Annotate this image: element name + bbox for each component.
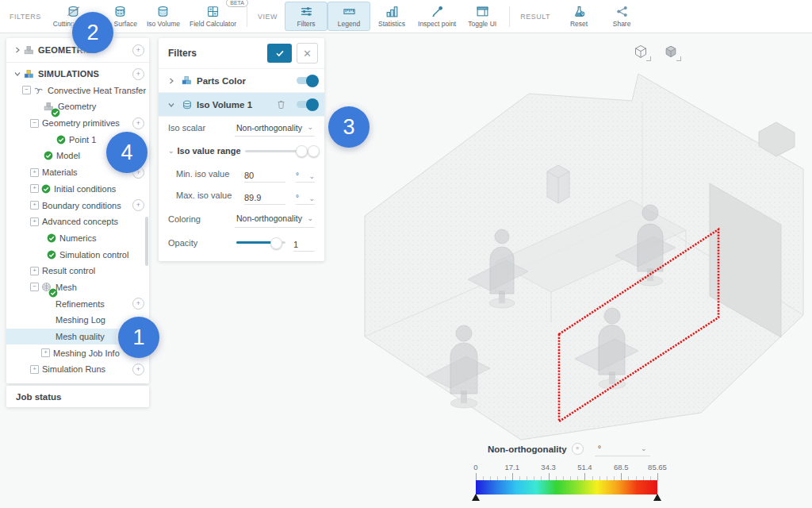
toolbar-button-legend[interactable]: Legend <box>327 2 370 31</box>
tree-item-label: Initial conditions <box>54 184 116 194</box>
tree-item-simulation-runs[interactable]: +Simulation Runs+ <box>6 361 149 378</box>
confirm-button[interactable] <box>267 44 292 63</box>
opacity-value-field[interactable]: 1 <box>293 233 315 252</box>
opacity-handle[interactable] <box>270 237 282 249</box>
legend-min-marker[interactable] <box>472 494 480 501</box>
max-iso-input[interactable]: 89.9 <box>244 187 285 205</box>
color-legend: Non-orthogonality ≡ ° ⌄ 017.134.351.468.… <box>464 441 672 495</box>
legend-unit-value: ° <box>598 444 601 453</box>
coloring-dropdown[interactable]: Non-orthogonality ⌄ <box>235 210 315 228</box>
max-iso-unit-dropdown[interactable]: ° ⌄ <box>296 187 315 205</box>
tree-item-label: Model <box>56 151 80 160</box>
toolbar-button-statistics[interactable]: Statistics <box>370 2 413 31</box>
tree-item-result-control[interactable]: +Result control <box>6 263 149 279</box>
visibility-toggle[interactable] <box>297 77 316 84</box>
cutting-plane-icon <box>67 5 80 18</box>
filter-layer-iso-volume-1[interactable]: Iso Volume 1 <box>159 93 324 117</box>
opacity-slider[interactable] <box>236 241 285 244</box>
close-button[interactable]: ✕ <box>297 43 318 64</box>
toolbar-button-label: Reset <box>570 20 588 28</box>
toolbar-button-toggle-ui[interactable]: Toggle UI <box>461 2 504 31</box>
chevron-right-icon[interactable] <box>13 46 21 55</box>
toolbar-group-label-filters: FILTERS <box>10 13 41 21</box>
parts-color-icon <box>182 75 193 86</box>
check-icon <box>44 151 53 160</box>
tree-item-label: Geometry primitives <box>42 118 120 128</box>
add-button[interactable]: + <box>132 68 144 80</box>
job-status-panel[interactable]: Job status <box>6 386 149 407</box>
toolbar-button-label: Filters <box>297 20 315 28</box>
collapse-icon[interactable]: − <box>30 119 39 128</box>
toolbar-button-inspect-point[interactable]: Inspect point <box>413 2 461 31</box>
iso-scalar-label: Iso scalar <box>168 123 235 133</box>
filter-layer-parts-color[interactable]: Parts Color <box>159 69 324 93</box>
chevron-down-icon[interactable] <box>13 70 21 79</box>
max-iso-value: 89.9 <box>244 193 261 202</box>
collapse-icon[interactable]: − <box>30 283 39 291</box>
expand-icon[interactable]: + <box>30 365 39 374</box>
tree-item-simulation-control[interactable]: Simulation control <box>6 246 149 263</box>
add-button[interactable]: + <box>132 117 144 129</box>
expand-icon[interactable]: + <box>30 201 39 210</box>
iso-value-range-row: ⌄ Iso value range <box>159 139 324 163</box>
tree-item-numerics[interactable]: Numerics <box>6 230 149 247</box>
chevron-down-icon: ⌄ <box>307 215 313 222</box>
toolbar-group-label-result: RESULT <box>520 13 550 21</box>
viewport-3d-scene[interactable] <box>341 64 812 443</box>
toolbar-button-filters[interactable]: Filters <box>285 2 327 31</box>
toolbar-button-field-calculator[interactable]: Field CalculatorBETA <box>185 2 241 31</box>
add-button[interactable]: + <box>132 44 144 56</box>
iso-value-range-slider[interactable] <box>245 150 313 152</box>
legend-settings-icon[interactable]: ≡ <box>572 443 584 455</box>
expand-icon[interactable]: + <box>41 348 50 357</box>
tree-item-label: Simulation control <box>59 250 128 260</box>
solid-cube-icon <box>664 44 678 59</box>
tree-item-refinements[interactable]: Refinements+ <box>6 295 149 312</box>
chevron-down-icon[interactable] <box>167 100 175 109</box>
legend-max-marker[interactable] <box>653 494 661 501</box>
chevron-down-icon[interactable]: ⌄ <box>168 148 174 155</box>
filter-layer-label: Parts Color <box>197 76 246 86</box>
share-icon <box>615 5 629 18</box>
expand-icon[interactable]: + <box>30 168 39 177</box>
tree-item-initial-conditions[interactable]: +Initial conditions <box>6 181 149 198</box>
expand-icon[interactable]: + <box>30 184 39 193</box>
range-max-handle[interactable] <box>308 145 320 157</box>
max-iso-unit: ° <box>296 194 299 202</box>
tree-item-mesh[interactable]: −Mesh <box>6 279 149 296</box>
simulations-icon <box>24 69 35 79</box>
wall-box <box>547 165 569 203</box>
tree-item-boundary-conditions[interactable]: +Boundary conditions+ <box>6 197 149 214</box>
render-mode-button[interactable] <box>661 41 681 62</box>
range-min-handle[interactable] <box>296 145 308 157</box>
annotation-circle-4: 4 <box>106 132 147 173</box>
chevron-right-icon[interactable] <box>167 76 175 85</box>
min-iso-unit-dropdown[interactable]: ° ⌄ <box>296 164 315 183</box>
expand-icon[interactable]: + <box>30 267 39 275</box>
iso-scalar-value: Non-orthogonality <box>236 123 302 133</box>
iso-scalar-dropdown[interactable]: Non-orthogonality ⌄ <box>235 119 315 137</box>
max-iso-label: Max. iso value <box>168 190 244 200</box>
expand-icon[interactable]: + <box>30 217 39 226</box>
view-cube-button[interactable] <box>630 41 651 62</box>
tree-item-advanced-concepts[interactable]: +Advanced concepts <box>6 214 149 230</box>
check-badge-icon <box>48 288 55 294</box>
add-button[interactable]: + <box>132 298 144 310</box>
iso-surface-icon <box>113 5 127 18</box>
min-iso-input[interactable]: 80 <box>244 164 285 183</box>
toolbar-button-iso-volume[interactable]: Iso Volume <box>142 2 185 31</box>
add-button[interactable]: + <box>132 364 144 375</box>
tree-item-geometry-primitives[interactable]: −Geometry primitives+ <box>6 115 149 132</box>
tree-item-convective-heat-transfer[interactable]: −Convective Heat Transfer <box>6 82 149 98</box>
min-iso-unit: ° <box>296 171 299 180</box>
tree-item-geometry[interactable]: Geometry <box>6 98 149 115</box>
trash-icon[interactable] <box>276 99 286 110</box>
tree-item-label: Meshing Log <box>56 315 105 325</box>
collapse-icon[interactable]: − <box>22 86 31 94</box>
tree-item-simulations[interactable]: SIMULATIONS+ <box>6 66 149 83</box>
toolbar-button-reset[interactable]: Reset <box>557 2 600 31</box>
toolbar-button-share[interactable]: Share <box>600 2 643 31</box>
visibility-toggle[interactable] <box>297 101 316 108</box>
add-button[interactable]: + <box>132 199 144 211</box>
legend-unit-dropdown[interactable]: ° ⌄ <box>595 441 650 456</box>
